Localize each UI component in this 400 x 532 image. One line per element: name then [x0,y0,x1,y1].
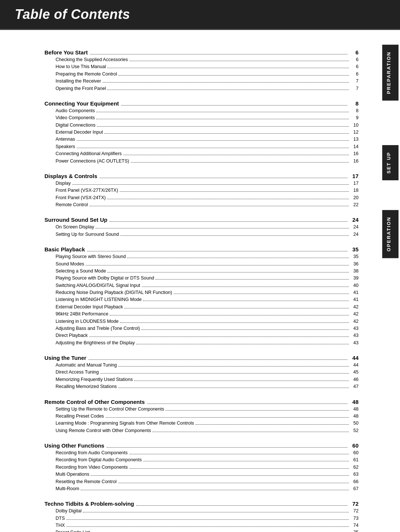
sub-item-page: 74 [350,522,359,529]
section-page: 72 [350,501,359,507]
sub-item-page: 8 [350,107,359,114]
sub-item-page: 22 [350,201,359,208]
section-dots [110,221,347,222]
sub-item-page: 43 [350,332,359,339]
page-wrapper: Table of Contents Before You Start6Check… [0,0,400,532]
sub-items-techno-tidbits: Dolby Digital72DTS73THX74Preset Code Lis… [56,508,359,532]
sub-item-label: Installing the Receiver [56,78,101,85]
sub-item-dots [129,454,349,454]
list-item: Adjusting the Brightness of the Display4… [56,339,359,347]
list-item: Video Components9 [56,114,359,121]
main-content: Before You Start6Checking the Supplied A… [0,30,400,532]
sub-item-dots [118,366,349,367]
sub-item-dots [123,155,349,155]
sub-item-label: On Screen Display [56,224,94,231]
sub-item-label: DTS [56,515,65,522]
sub-item-page: 63 [350,471,359,478]
sub-item-dots [143,301,349,301]
sub-item-dots [129,61,349,61]
sub-item-dots [142,287,349,287]
sub-item-page: 41 [350,296,359,303]
sub-item-label: Dolby Digital [56,508,81,515]
sub-item-dots [104,133,349,134]
sub-item-dots [141,329,349,330]
sub-items-using-other-functions: Recording from Audio Components60Recordi… [56,449,359,492]
section-label: Techno Tidbits & Problem-solving [44,501,134,507]
sub-item-dots [83,512,349,512]
sub-item-label: Setting Up the Remote to Control Other C… [56,406,164,413]
list-item: Using Remote Control with Other Componen… [56,427,359,434]
sub-item-page: 50 [350,420,359,427]
sub-item-dots [118,483,349,483]
sub-item-dots [120,191,349,192]
section-page: 60 [350,442,359,449]
section-page: 17 [350,173,359,179]
sub-item-page: 38 [350,268,359,275]
sub-item-dots [134,381,349,381]
section-page: 48 [350,399,359,405]
section-label: Before You Start [44,49,88,56]
sub-item-page: 45 [350,369,359,376]
section-dots [107,447,347,448]
sub-item-page: 73 [350,515,359,522]
list-item: Learning Mode : Programming Signals from… [56,420,359,427]
sub-item-label: Playing Source with Dolby Digital or DTS… [56,275,154,282]
section-page: 44 [350,355,359,361]
list-item: Reducing Noise During Playback (DIGITAL … [56,289,359,296]
list-item: Setting Up the Remote to Control Other C… [56,406,359,413]
section-label: Basic Playback [44,246,85,252]
section-header-remote-control-other: Remote Control of Other Components48 [44,399,359,405]
section-page: 24 [350,217,359,223]
list-item: Recalling Memorized Stations47 [56,383,359,390]
sub-item-label: Video Components [56,114,95,121]
sub-item-label: Connecting Additional Amplifiers [56,150,122,157]
section-dots [136,505,347,506]
list-item: Sound Modes36 [56,261,359,268]
sub-item-page: 7 [350,85,359,92]
list-item: Multi-Room67 [56,485,359,492]
sub-item-dots [89,337,349,337]
sub-item-dots [106,417,349,418]
sub-item-page: 16 [350,150,359,157]
list-item: Checking the Supplied Accessories6 [56,56,359,63]
list-item: THX74 [56,522,359,529]
sub-items-basic-playback: Playing Source with Stereo Sound35Sound … [56,253,359,347]
list-item: Recording from Video Components62 [56,464,359,471]
list-item: Listening in LOUDNESS Mode42 [56,318,359,325]
list-item: Setting Up for Surround Sound24 [56,231,359,238]
sub-item-page: 24 [350,224,359,231]
section-label: Using the Tuner [44,355,86,361]
list-item: Preset Code List75 [56,529,359,532]
sub-item-page: 35 [350,253,359,260]
section-dots [100,178,347,178]
sub-item-dots [119,75,349,76]
sub-item-label: Setting Up for Surround Sound [56,231,119,238]
sub-item-dots [103,82,349,83]
sub-item-dots [107,68,349,68]
list-item: Connecting Additional Amplifiers16 [56,150,359,157]
list-item: Display17 [56,180,359,187]
sub-item-dots [174,294,349,294]
sub-item-page: 43 [350,325,359,332]
sub-item-label: THX [56,522,65,529]
sub-item-page: 7 [350,78,359,85]
section-header-surround-sound-set-up: Surround Sound Set Up24 [44,217,359,223]
list-item: Switching ANALOG/DIGITAL Signal Input40 [56,282,359,289]
sub-item-label: Listening in LOUDNESS Mode [56,318,119,325]
sub-item-dots [124,308,349,308]
sub-item-label: Remote Control [56,201,88,208]
section-header-using-the-tuner: Using the Tuner44 [44,355,359,361]
sub-item-dots [100,373,349,374]
sub-item-label: Resetting the Remote Control [56,478,117,485]
sub-item-label: External Decoder Input [56,129,103,136]
section-label: Connecting Your Equipment [44,100,119,107]
sub-item-page: 48 [350,413,359,420]
section-page: 8 [350,100,359,107]
sub-item-label: Automatic and Manual Tuning [56,362,117,369]
sub-item-label: Adjusting Bass and Treble (Tone Control) [56,325,140,332]
sub-item-label: Learning Mode : Programming Signals from… [56,420,194,427]
section-header-connecting-your-equipment: Connecting Your Equipment8 [44,100,359,107]
sub-item-label: Reducing Noise During Playback (DIGITAL … [56,289,172,296]
tab-setup: SET UP [382,145,399,180]
sub-item-label: Preset Code List [56,529,90,532]
